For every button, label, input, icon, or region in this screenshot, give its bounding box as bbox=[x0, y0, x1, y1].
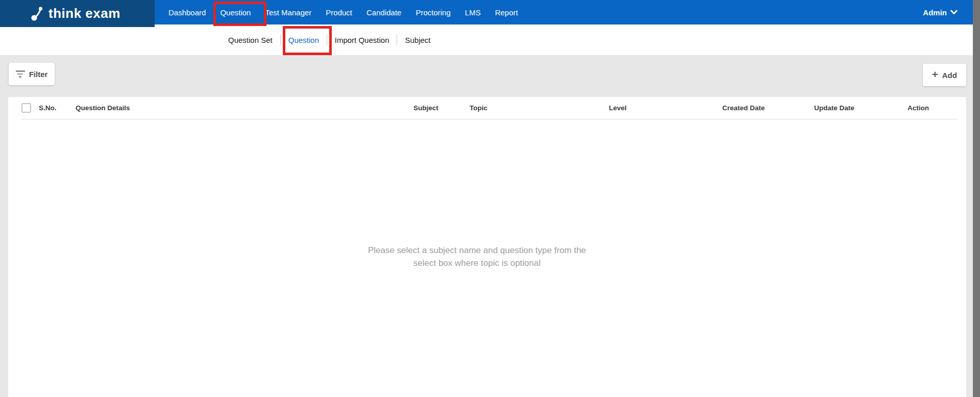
column-header-action: Action bbox=[908, 104, 958, 112]
select-all-checkbox[interactable] bbox=[21, 103, 31, 113]
nav-item-dashboard[interactable]: Dashboard bbox=[161, 0, 213, 24]
column-header-question-details: Question Details bbox=[76, 104, 413, 112]
table-header-row: S.No. Question Details Subject Topic Lev… bbox=[21, 97, 958, 119]
annotation-box-nav-question bbox=[213, 2, 266, 26]
nav-item-lms[interactable]: LMS bbox=[458, 0, 488, 24]
nav-item-product[interactable]: Product bbox=[318, 0, 359, 24]
nav-item-report[interactable]: Report bbox=[488, 0, 525, 24]
column-header-created-date: Created Date bbox=[722, 104, 814, 112]
filter-icon bbox=[16, 70, 25, 78]
brand-name: think exam bbox=[48, 6, 120, 21]
filter-button-label: Filter bbox=[29, 70, 48, 79]
nav-item-candidate[interactable]: Candidate bbox=[359, 0, 408, 24]
annotation-box-subnav-question bbox=[283, 26, 332, 55]
subnav-item-question-set[interactable]: Question Set bbox=[220, 34, 280, 45]
page-scrollbar bbox=[973, 0, 980, 397]
brand-panel[interactable]: think exam bbox=[0, 0, 155, 27]
question-table-card: S.No. Question Details Subject Topic Lev… bbox=[8, 97, 966, 397]
sub-navbar: Question Set Question Import Question Su… bbox=[0, 24, 973, 55]
subnav-item-import-question[interactable]: Import Question bbox=[327, 34, 397, 45]
column-header-sno: S.No. bbox=[39, 104, 76, 112]
brand-logo-icon bbox=[31, 6, 44, 21]
nav-item-proctoring[interactable]: Proctoring bbox=[408, 0, 457, 24]
column-header-update-date: Update Date bbox=[814, 104, 908, 112]
plus-icon: + bbox=[932, 69, 938, 80]
admin-menu-label: Admin bbox=[923, 8, 947, 17]
column-header-subject: Subject bbox=[413, 104, 470, 112]
add-button[interactable]: + Add bbox=[923, 64, 966, 86]
empty-state-line2: select box where topic is optional bbox=[8, 257, 946, 269]
empty-state-line1: Please select a subject name and questio… bbox=[8, 244, 946, 257]
filter-button[interactable]: Filter bbox=[9, 63, 55, 85]
empty-state-message: Please select a subject name and questio… bbox=[8, 244, 946, 269]
nav-item-test-manager[interactable]: Test Manager bbox=[258, 0, 318, 24]
scrollbar-thumb[interactable] bbox=[973, 0, 980, 397]
add-button-label: Add bbox=[942, 71, 957, 80]
column-header-level: Level bbox=[609, 104, 722, 112]
chevron-down-icon bbox=[950, 10, 958, 15]
admin-menu[interactable]: Admin bbox=[923, 0, 958, 24]
column-header-topic: Topic bbox=[470, 104, 609, 112]
subnav-item-subject[interactable]: Subject bbox=[397, 34, 438, 45]
